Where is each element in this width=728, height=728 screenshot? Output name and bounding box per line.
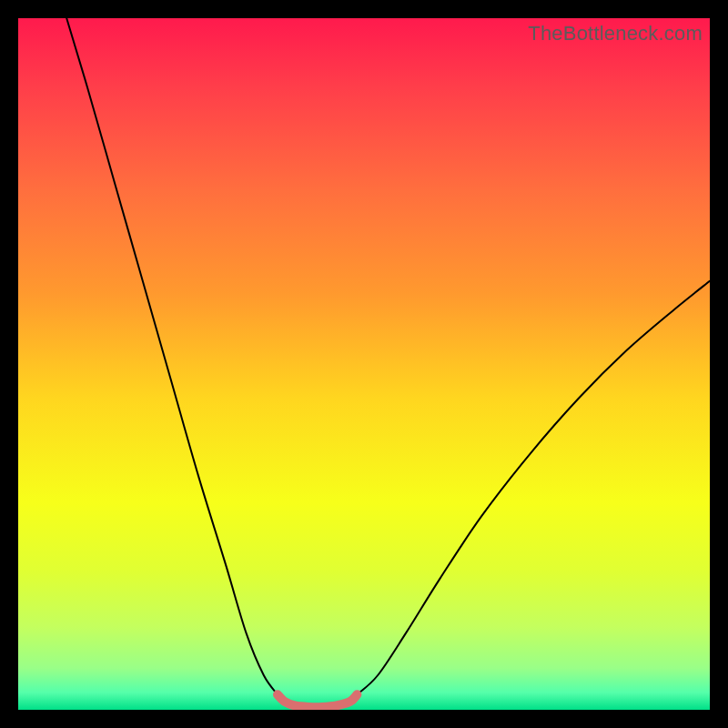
gradient-background	[18, 18, 710, 710]
bottleneck-chart	[18, 18, 710, 710]
chart-frame: TheBottleneck.com	[18, 18, 710, 710]
watermark-text: TheBottleneck.com	[528, 22, 703, 46]
